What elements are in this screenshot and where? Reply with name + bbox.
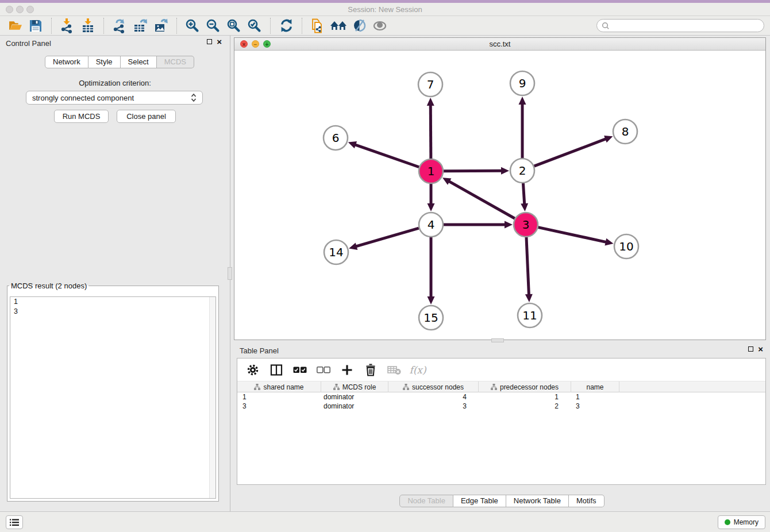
eye-slash-icon[interactable]: [350, 17, 368, 34]
cell-successor-nodes[interactable]: 3: [388, 402, 479, 410]
export-network-icon[interactable]: [110, 17, 129, 34]
graph-edge-arrowhead: [519, 97, 526, 105]
table-row[interactable]: 3 dominator 3 2 3: [237, 402, 765, 411]
column-header-mcds-role[interactable]: MCDS role: [321, 381, 388, 392]
table-toolbar: f(x): [237, 358, 765, 381]
run-mcds-button[interactable]: Run MCDS: [54, 110, 109, 123]
tab-select[interactable]: Select: [121, 56, 157, 68]
graph-edge-3-10[interactable]: [538, 228, 606, 242]
column-header-name[interactable]: name: [571, 381, 619, 392]
network-window-titlebar[interactable]: scc.txt × − +: [234, 38, 765, 51]
criterion-value: strongly connected component: [32, 94, 191, 102]
cell-mcds-role[interactable]: dominator: [321, 393, 388, 401]
network-close-button[interactable]: ×: [240, 40, 248, 48]
tab-network[interactable]: Network: [45, 56, 88, 68]
open-folder-icon[interactable]: [6, 17, 24, 34]
horizontal-splitter-grip[interactable]: [491, 338, 504, 342]
close-panel-icon[interactable]: ×: [217, 39, 222, 44]
network-minimize-button[interactable]: −: [252, 40, 259, 48]
task-history-button[interactable]: [6, 515, 23, 529]
graph-edge-1-2[interactable]: [444, 171, 502, 171]
graph-node-label: 1: [428, 164, 435, 178]
network-graph[interactable]: 7968124314101511: [234, 51, 765, 340]
graph-edge-1-7[interactable]: [430, 105, 431, 159]
close-table-panel-icon[interactable]: ×: [758, 346, 763, 352]
graph-edge-arrowhead: [605, 238, 613, 246]
zoom-in-icon[interactable]: [183, 17, 202, 34]
cell-shared-name[interactable]: 1: [237, 393, 321, 401]
memory-button[interactable]: Memory: [718, 515, 765, 529]
search-box[interactable]: [596, 19, 764, 32]
column-header-predecessor-nodes[interactable]: predecessor nodes: [479, 381, 571, 392]
graph-edge-2-8[interactable]: [534, 138, 607, 166]
network-canvas[interactable]: 7968124314101511: [234, 51, 765, 340]
show-columns-icon[interactable]: [269, 363, 284, 377]
settings-gear-icon[interactable]: [245, 363, 260, 377]
column-header-successor-nodes[interactable]: successor nodes: [388, 381, 479, 392]
cell-shared-name[interactable]: 3: [237, 402, 321, 410]
table-header-row: shared name MCDS role successor nodes pr…: [237, 381, 765, 392]
graph-edge-1-6[interactable]: [355, 145, 419, 167]
float-panel-icon[interactable]: [207, 39, 212, 44]
graph-node-label: 6: [332, 131, 340, 145]
table-panel-tabs: Node Table Edge Table Network Table Moti…: [234, 495, 770, 507]
eye-icon[interactable]: [371, 17, 389, 34]
tab-node-table[interactable]: Node Table: [399, 495, 453, 507]
graph-node-label: 2: [519, 164, 526, 178]
deselect-all-columns-icon[interactable]: [316, 363, 331, 377]
tab-style[interactable]: Style: [88, 56, 121, 68]
criterion-select[interactable]: strongly connected component: [26, 91, 203, 105]
graph-edge-4-14[interactable]: [356, 228, 419, 246]
homes-icon[interactable]: [329, 17, 348, 34]
table-panel-title: Table Panel: [240, 346, 279, 355]
graph-edge-arrowhead: [428, 203, 435, 211]
graph-edge-2-3[interactable]: [523, 183, 524, 205]
select-all-columns-icon[interactable]: [292, 363, 307, 377]
result-scrollbar[interactable]: [209, 297, 215, 498]
tab-mcds[interactable]: MCDS: [157, 56, 194, 68]
table-row[interactable]: 1 dominator 4 1 1: [237, 392, 765, 402]
refresh-icon[interactable]: [277, 17, 295, 34]
cell-predecessor-nodes[interactable]: 1: [479, 393, 571, 401]
apply-function-icon[interactable]: f(x): [410, 363, 425, 377]
export-image-icon[interactable]: [152, 17, 170, 34]
zoom-out-icon[interactable]: [204, 17, 222, 34]
result-item[interactable]: 1: [10, 297, 215, 307]
mcds-result-list[interactable]: 1 3: [10, 296, 216, 499]
list-icon: [10, 519, 19, 526]
delete-table-icon[interactable]: [387, 363, 402, 377]
graph-edge-3-11[interactable]: [526, 237, 529, 295]
graph-edge-arrowhead: [348, 141, 357, 148]
result-item[interactable]: 3: [10, 307, 215, 317]
float-table-panel-icon[interactable]: [748, 346, 753, 352]
add-column-icon[interactable]: [340, 363, 355, 377]
zoom-fit-icon[interactable]: [225, 17, 243, 34]
import-network-icon[interactable]: [58, 17, 76, 34]
cell-successor-nodes[interactable]: 4: [388, 393, 479, 401]
export-table-icon[interactable]: [131, 17, 149, 34]
graph-edge-3-1[interactable]: [448, 181, 514, 218]
cell-predecessor-nodes[interactable]: 2: [479, 402, 571, 410]
column-header-shared-name[interactable]: shared name: [237, 381, 321, 392]
tab-network-table[interactable]: Network Table: [506, 495, 569, 507]
toolbar-separator: [176, 18, 177, 34]
save-icon[interactable]: [26, 17, 45, 34]
import-table-icon[interactable]: [79, 17, 97, 34]
graph-node-label: 4: [428, 218, 435, 232]
tab-motifs[interactable]: Motifs: [569, 495, 605, 507]
vertical-splitter-grip[interactable]: [228, 267, 232, 280]
network-maximize-button[interactable]: +: [263, 40, 271, 48]
graph-node-label: 3: [522, 218, 530, 232]
cell-name[interactable]: 1: [571, 393, 619, 401]
tab-edge-table[interactable]: Edge Table: [453, 495, 506, 507]
mcds-result-group: MCDS result (2 nodes) 1 3: [7, 282, 219, 502]
cell-mcds-role[interactable]: dominator: [321, 402, 388, 410]
cell-name[interactable]: 3: [571, 402, 619, 410]
chevron-up-down-icon: [191, 93, 197, 102]
close-panel-button[interactable]: Close panel: [117, 110, 176, 123]
delete-column-icon[interactable]: [363, 363, 378, 377]
copy-network-icon[interactable]: [309, 17, 327, 34]
attribute-icon: [491, 384, 497, 390]
search-input[interactable]: [610, 21, 759, 30]
zoom-selected-icon[interactable]: [245, 17, 264, 34]
